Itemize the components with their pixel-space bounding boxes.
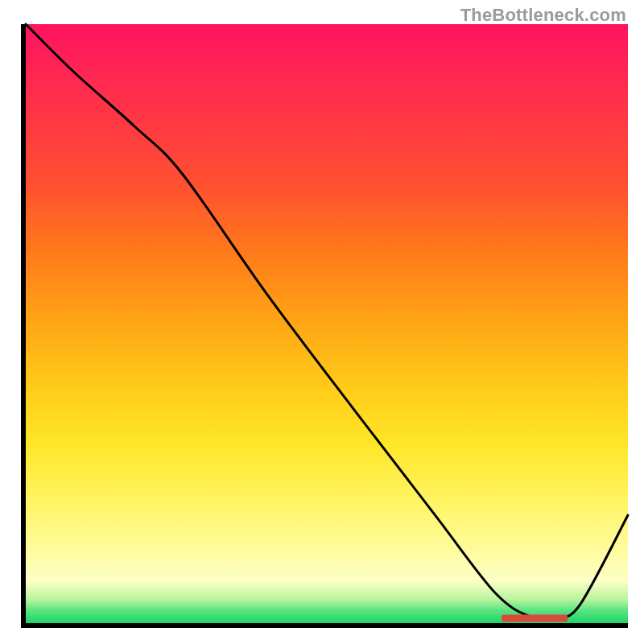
optimal-zone-marker	[502, 615, 568, 622]
plot-area	[21, 24, 628, 628]
curve-overlay	[26, 24, 628, 623]
chart-frame: TheBottleneck.com	[0, 0, 644, 644]
bottleneck-curve-path	[26, 24, 628, 619]
watermark-text: TheBottleneck.com	[460, 5, 626, 26]
